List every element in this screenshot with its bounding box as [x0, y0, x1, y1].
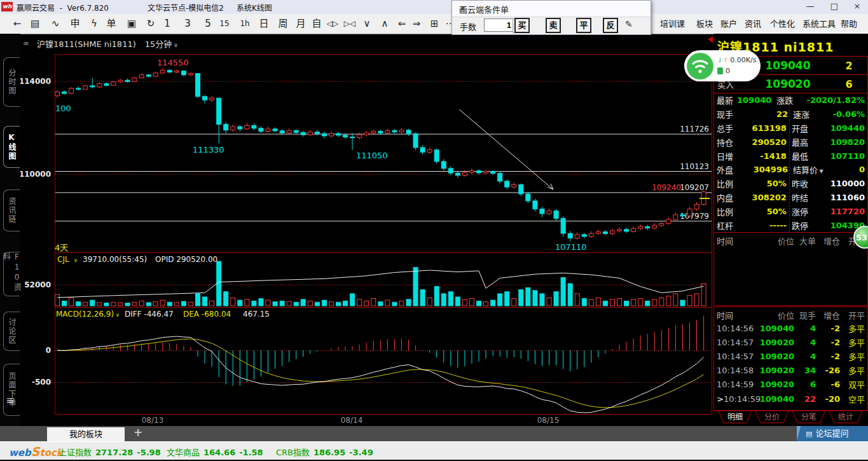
close-button[interactable]: × — [848, 1, 867, 12]
period-week[interactable]: 周 — [275, 16, 291, 31]
quote-row: 杠杆-----跌停104390 — [714, 218, 867, 232]
download-arrow-icon: ↾ — [722, 57, 727, 64]
dialog-button-反[interactable]: 反 — [603, 18, 618, 33]
sidebar-tab-讨论区[interactable]: 讨论区 — [3, 312, 20, 351]
menu-帮助[interactable]: 帮助 — [841, 17, 857, 29]
tick-row: 10:14:591090206-6双平 — [714, 378, 867, 392]
wifi-icon — [686, 52, 714, 80]
sidebar-tab-页面下单[interactable]: 页面下单 — [3, 364, 20, 416]
net-queue: 0 — [726, 67, 730, 75]
forum-ask-button[interactable]: ▤论坛提问 — [797, 426, 868, 441]
period-1[interactable]: 1 — [159, 16, 176, 31]
minimize-button[interactable]: — — [801, 1, 820, 12]
sidebar-tab-K线图[interactable]: K线图 — [3, 126, 20, 168]
svg-text:∨: ∨ — [116, 312, 120, 318]
svg-text:110123: 110123 — [680, 162, 709, 171]
sidebar-tab-分时图[interactable]: 分时图 — [3, 57, 20, 107]
add-board-button[interactable]: + — [134, 426, 142, 439]
svg-text:分笔: 分笔 — [801, 412, 816, 422]
dialog-button-买[interactable]: 买 — [514, 18, 530, 33]
period-day[interactable]: 日 — [256, 16, 272, 31]
zoom-in-icon[interactable]: ▷◁ — [341, 16, 358, 31]
period-15[interactable]: 15 — [216, 16, 233, 31]
menu-账户[interactable]: 账户 — [720, 17, 737, 29]
index-上证指数: 上证指数2717.28-5.98 — [59, 446, 161, 458]
maximize-button[interactable]: □ — [825, 1, 844, 12]
svg-text:52000: 52000 — [24, 280, 51, 289]
grid-layout-icon[interactable]: ⊞ — [426, 16, 443, 31]
quote-row: 比例50%昨收110000 — [714, 177, 867, 191]
lots-input[interactable] — [484, 18, 513, 32]
tick-row: 10:14:561090404-2多平 — [714, 321, 867, 335]
menu-个性化[interactable]: 个性化 — [770, 17, 795, 29]
svg-text:109240: 109240 — [652, 183, 681, 192]
statusbar: webStock 上证指数2717.28-5.98文华商品164.66-1.58… — [0, 441, 868, 460]
tick-row: 10:14:571090204-2多平 — [714, 349, 867, 363]
quote-row: 总手613198开盘109440 — [714, 121, 867, 135]
forum-icon: ▤ — [806, 430, 812, 438]
dialog-close-icon[interactable]: × — [459, 3, 645, 13]
quote-panel: 沪镍1811 ni1811 卖出 109040 2 买入 109020 6 最新… — [713, 34, 868, 426]
svg-text:109207: 109207 — [680, 183, 709, 192]
svg-text:CJL: CJL — [57, 255, 69, 264]
sidebar-tab-F10资料[interactable]: F10资料 — [3, 252, 20, 296]
tick-row: 10:14:5810902034-26多平 — [714, 364, 867, 378]
quote-row: 最新109040涨跌-2020/1.82% — [714, 93, 867, 107]
network-status-widget[interactable]: ⇃↾ 0.00K/s 0 — [684, 50, 761, 81]
order-panel-icon[interactable]: 单 — [103, 16, 120, 31]
trading-app-window: wh 赢顺云交易 - Ver6.7.820 文华云节点-模拟电信2 系统K线图 … — [0, 0, 868, 461]
sidebar-more-icon[interactable]: ≡ — [6, 394, 15, 406]
period-month[interactable]: 月 — [293, 16, 309, 31]
period-3[interactable]: 3 — [179, 16, 196, 31]
svg-text:08/14: 08/14 — [341, 416, 363, 425]
bid-price: 109020 — [745, 78, 830, 90]
dialog-button-卖[interactable]: 卖 — [546, 18, 561, 33]
index-文华商品: 文华商品164.66-1.58 — [167, 446, 263, 458]
zoom-out-icon[interactable]: ◁▷ — [324, 16, 341, 31]
timeline-chart-icon[interactable]: ∿ — [47, 16, 64, 31]
left-sidebar: 分时图K线图资讯链F10资料讨论区页面下单≡ — [0, 34, 20, 426]
scroll-down-icon[interactable]: ∨ — [359, 16, 375, 31]
refresh-icon[interactable]: ↻ — [142, 16, 159, 31]
app-logo-icon: wh — [1, 2, 13, 11]
svg-text:-500: -500 — [32, 378, 51, 387]
quote-grid: 最新109040涨跌-2020/1.82%现手22速涨-0.06%总手61319… — [713, 93, 868, 233]
detail-tabs[interactable]: 明细分价分笔统计 — [713, 410, 868, 425]
draw-order-pencil-icon[interactable]: ✎ — [625, 19, 633, 29]
big-order-table: 时间价位大单增仓开平 — [713, 232, 868, 306]
period-custom[interactable]: 自 — [308, 16, 325, 31]
svg-text:0: 0 — [46, 346, 51, 355]
svg-text:111050: 111050 — [356, 151, 388, 160]
back-icon[interactable]: ← — [9, 16, 25, 31]
svg-text:MACD(12,26,9): MACD(12,26,9) — [56, 310, 114, 319]
page-name-label: 系统K线图 — [237, 2, 272, 13]
menu-板块[interactable]: 板块 — [696, 17, 713, 29]
save-icon[interactable]: ▣ — [123, 16, 140, 31]
webstock-logo: webStock — [9, 444, 63, 458]
scroll-up-icon[interactable]: ∧ — [376, 16, 393, 31]
svg-text:111330: 111330 — [193, 145, 224, 155]
tick-table: 时间价位现手增仓开平10:14:561090404-2多平10:14:57109… — [713, 306, 868, 411]
quote-row: 持仓290520最高109820 — [714, 135, 867, 149]
ask-qty: 2 — [830, 60, 867, 72]
kline-chart-icon[interactable]: 申 — [67, 16, 83, 31]
menu-资讯[interactable]: 资讯 — [745, 17, 761, 29]
quote-list-icon[interactable]: ▤ — [27, 16, 43, 31]
net-speed: 0.00K/s — [730, 56, 756, 64]
titlebar: wh 赢顺云交易 - Ver6.7.820 文华云节点-模拟电信2 系统K线图 … — [0, 0, 868, 14]
menu-系统工具[interactable]: 系统工具 — [803, 17, 836, 29]
tick-row: 10:14:571090204-2多平 — [714, 335, 867, 349]
tab-my-board[interactable]: 我的板块 — [47, 427, 125, 441]
period-5[interactable]: 5 — [200, 16, 216, 31]
page-right-icon[interactable]: ⇒ — [408, 16, 425, 31]
period-1h[interactable]: 1h — [237, 16, 253, 31]
dialog-titlebar[interactable]: 画云端条件单 × — [452, 1, 651, 17]
svg-text:∨: ∨ — [74, 258, 78, 263]
flash-order-icon[interactable]: ϟ — [86, 16, 102, 31]
toolbar: ←▤∿申ϟ单▣↻135151h日周月自◁▷▷◁∨∧⇐⇒⊞⋯培训课板块账户资讯个性… — [0, 14, 868, 34]
quote-row: 内盘308202昨结111060 — [714, 191, 867, 205]
menu-培训课[interactable]: 培训课 — [660, 17, 685, 29]
dialog-button-平[interactable]: 平 — [576, 18, 591, 33]
sidebar-tab-资讯链[interactable]: 资讯链 — [3, 189, 20, 231]
kline-chart[interactable]: 1117261101231092071079791140001100005200… — [20, 34, 713, 426]
